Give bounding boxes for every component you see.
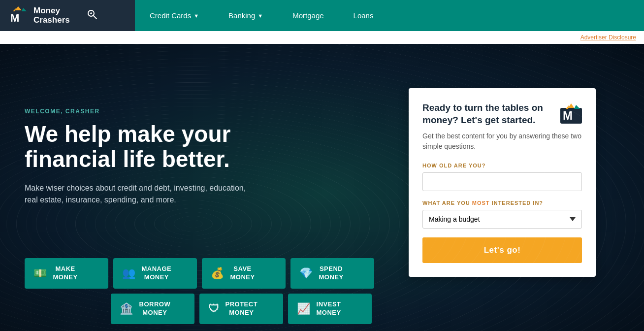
manage-money-icon: 👥 — [122, 266, 136, 281]
svg-marker-10 — [568, 103, 574, 108]
logo-area: M Money Crashers — [0, 0, 135, 31]
hero-section: WELCOME, CRASHER We help make your finan… — [0, 44, 644, 331]
save-money-icon: 💰 — [211, 266, 225, 281]
borrow-money-icon: 🏦 — [120, 302, 133, 316]
svg-marker-12 — [574, 105, 580, 109]
category-protect-money[interactable]: 🛡 PROTECTMONEY — [199, 294, 283, 324]
signup-card: Ready to turn the tables on money? Let's… — [409, 88, 596, 277]
chevron-down-icon: ▼ — [193, 13, 199, 19]
svg-line-6 — [94, 16, 97, 19]
lets-go-button[interactable]: Let's go! — [422, 237, 582, 263]
hero-headline: We help make your financial life better. — [25, 122, 271, 171]
card-logo-icon: M — [560, 102, 582, 124]
category-borrow-money[interactable]: 🏦 BORROWMONEY — [111, 294, 194, 324]
logo-text: Money Crashers — [33, 6, 70, 25]
spend-money-icon: 💎 — [299, 266, 313, 281]
search-toggle[interactable] — [80, 9, 104, 22]
chevron-down-icon: ▼ — [258, 13, 263, 19]
site-header: M Money Crashers Credit Cards ▼ Banking … — [0, 0, 644, 31]
category-invest-money[interactable]: 📈 INVESTMONEY — [288, 294, 372, 324]
nav-item-mortgage[interactable]: Mortgage — [278, 0, 338, 31]
main-nav: Credit Cards ▼ Banking ▼ Mortgage Loans — [135, 0, 644, 31]
make-money-icon: 💵 — [33, 266, 47, 281]
advertiser-disclosure-link[interactable]: Advertiser Disclosure — [580, 34, 636, 41]
category-make-money[interactable]: 💵 MAKEMONEY — [25, 258, 108, 289]
money-crashers-logo-icon: M — [8, 5, 29, 26]
disclosure-bar: Advertiser Disclosure — [0, 31, 644, 44]
welcome-label: WELCOME, CRASHER — [25, 108, 409, 115]
category-save-money[interactable]: 💰 SAVEMONEY — [202, 258, 286, 289]
invest-money-icon: 📈 — [297, 302, 311, 316]
card-title: Ready to turn the tables on money? Let's… — [422, 102, 555, 126]
category-spend-money[interactable]: 💎 SPENDMONEY — [290, 258, 374, 289]
search-icon — [87, 9, 97, 22]
age-input[interactable] — [422, 172, 582, 191]
hero-left: WELCOME, CRASHER We help make your finan… — [25, 44, 409, 226]
card-header: Ready to turn the tables on money? Let's… — [422, 102, 582, 126]
nav-item-credit-cards[interactable]: Credit Cards ▼ — [135, 0, 214, 31]
category-manage-money[interactable]: 👥 MANAGEMONEY — [113, 258, 197, 289]
card-description: Get the best content for you by answerin… — [422, 131, 582, 152]
nav-item-banking[interactable]: Banking ▼ — [214, 0, 278, 31]
interest-field-label: WHAT ARE YOU MOST INTERESTED IN? — [422, 200, 582, 206]
protect-money-icon: 🛡 — [208, 302, 220, 316]
nav-item-loans[interactable]: Loans — [339, 0, 388, 31]
age-field-label: HOW OLD ARE YOU? — [422, 163, 582, 168]
hero-right: Ready to turn the tables on money? Let's… — [409, 44, 596, 277]
hero-subtext: Make wiser choices about credit and debt… — [25, 182, 256, 206]
interest-select[interactable]: Making a budget Saving money Investing G… — [422, 210, 582, 229]
svg-text:M: M — [563, 109, 573, 122]
svg-marker-3 — [22, 8, 27, 11]
category-row-2: 🏦 BORROWMONEY 🛡 PROTECTMONEY 📈 INVESTMON… — [25, 294, 374, 324]
category-grid: 💵 MAKEMONEY 👥 MANAGEMONEY 💰 SAVEMONEY 💎 … — [25, 258, 374, 324]
category-row-1: 💵 MAKEMONEY 👥 MANAGEMONEY 💰 SAVEMONEY 💎 … — [25, 258, 374, 289]
svg-text:M: M — [10, 12, 19, 24]
